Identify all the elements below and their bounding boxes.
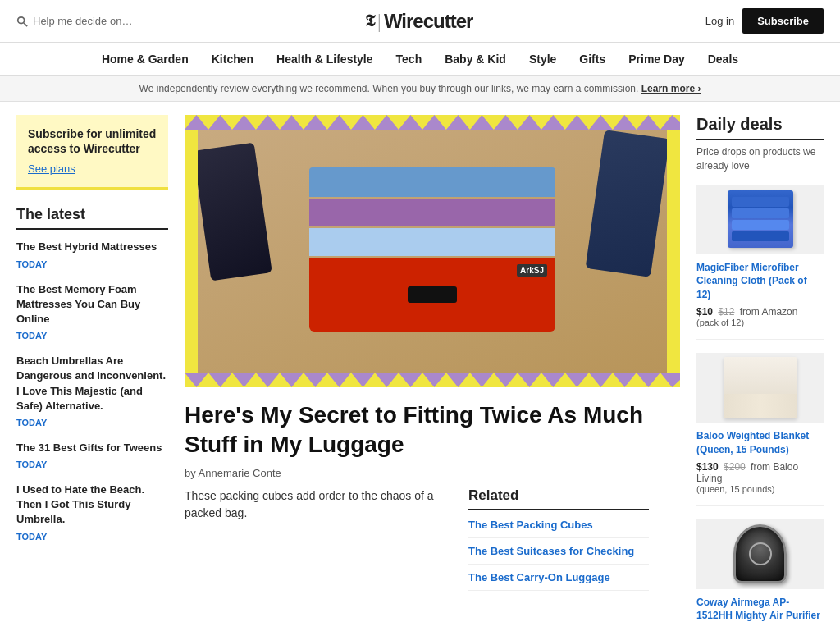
blanket-image [724,357,797,418]
deal-from: from Amazon [740,306,798,318]
daily-deals-heading: Daily deals [696,115,824,140]
deal-title-purifier[interactable]: Coway Airmega AP-1512HH Mighty Air Purif… [696,596,824,622]
zigzag-top-decoration [185,115,680,130]
deal-item: Coway Airmega AP-1512HH Mighty Air Purif… [696,519,824,622]
site-name: Wirecutter [384,10,472,33]
latest-item-title[interactable]: The 31 Best Gifts for Tweens [16,441,168,455]
svg-line-1 [24,22,27,25]
nav-item-style[interactable]: Style [529,53,556,66]
site-header: Help me decide on… 𝕿 | Wirecutter Log in… [0,0,840,102]
nav-item-home-garden[interactable]: Home & Garden [102,53,189,66]
nav-item-baby-kid[interactable]: Baby & Kid [445,53,506,66]
nav-item-kitchen[interactable]: Kitchen [212,53,253,66]
deal-price-cloths: $10 $12 from Amazon (pack of 12) [696,306,824,327]
latest-item-timestamp: TODAY [16,418,47,428]
subscribe-promo-heading: Subscribe for unlimited access to Wirecu… [28,126,157,156]
svg-point-0 [18,16,25,23]
list-item: I Used to Hate the Beach. Then I Got Thi… [16,483,168,543]
article-byline: by Annemarie Conte [185,467,680,479]
purifier-image [733,524,787,583]
daily-deals-subtitle: Price drops on products we already love [696,145,824,173]
main-nav: Home & Garden Kitchen Health & Lifestyle… [0,43,840,76]
related-link-carryon[interactable]: The Best Carry-On Luggage [468,571,649,591]
latest-item-title[interactable]: The Best Hybrid Mattresses [16,240,168,254]
related-link-packing-cubes[interactable]: The Best Packing Cubes [468,519,649,538]
nav-item-gifts[interactable]: Gifts [579,53,605,66]
deal-item: Baloo Weighted Blanket (Queen, 15 Pounds… [696,353,824,506]
latest-section: The latest The Best Hybrid Mattresses TO… [16,206,168,542]
related-link-suitcases[interactable]: The Best Suitcases for Checking [468,545,649,565]
deal-title-blanket[interactable]: Baloo Weighted Blanket (Queen, 15 Pounds… [696,429,824,457]
list-item: The 31 Best Gifts for Tweens TODAY [16,441,168,471]
learn-more-link[interactable]: Learn more › [641,83,701,94]
deal-image-blanket [696,353,824,423]
deal-current-price: $130 [696,461,719,473]
nav-item-health-lifestyle[interactable]: Health & Lifestyle [276,53,372,66]
site-logo: 𝕿 | Wirecutter [365,9,473,34]
related-heading: Related [468,487,649,510]
deal-original-price: $12 [718,306,734,318]
right-sidebar: Daily deals Price drops on products we a… [696,115,824,622]
deal-note: (pack of 12) [696,318,824,327]
header-actions: Log in Subscribe [705,8,824,34]
daily-deals-section: Daily deals Price drops on products we a… [696,115,824,622]
left-sidebar: Subscribe for unlimited access to Wirecu… [16,115,168,622]
list-item: The Best Hybrid Mattresses TODAY [16,240,168,270]
login-button[interactable]: Log in [705,15,734,27]
subscribe-promo-box: Subscribe for unlimited access to Wirecu… [16,115,168,190]
nav-item-tech[interactable]: Tech [396,53,422,66]
deal-current-price: $10 [696,306,713,318]
deal-price-blanket: $130 $200 from Baloo Living (queen, 15 p… [696,461,824,494]
related-section: Related The Best Packing Cubes The Best … [468,487,649,597]
disclaimer-text: We independently review everything we re… [139,83,639,94]
search-placeholder: Help me decide on… [33,15,132,27]
latest-heading: The latest [16,206,168,230]
subscribe-button[interactable]: Subscribe [742,8,824,34]
latest-item-title[interactable]: Beach Umbrellas Are Dangerous and Inconv… [16,354,168,414]
deal-title-cloths[interactable]: MagicFiber Microfiber Cleaning Cloth (Pa… [696,261,824,302]
nav-item-prime-day[interactable]: Prime Day [628,53,684,66]
hero-image-area: ArkSJ [185,115,680,387]
latest-item-timestamp: TODAY [16,259,47,269]
see-plans-link[interactable]: See plans [28,162,75,175]
latest-item-title[interactable]: I Used to Hate the Beach. Then I Got Thi… [16,483,168,528]
search-bar[interactable]: Help me decide on… [16,15,132,27]
cloths-image [728,190,793,248]
list-item: Beach Umbrellas Are Dangerous and Inconv… [16,354,168,429]
latest-item-title[interactable]: The Best Memory Foam Mattresses You Can … [16,282,168,327]
deal-item: MagicFiber Microfiber Cleaning Cloth (Pa… [696,185,824,340]
article-title[interactable]: Here's My Secret to Fitting Twice As Muc… [185,400,680,460]
list-item: The Best Memory Foam Mattresses You Can … [16,282,168,343]
deal-note: (queen, 15 pounds) [696,484,824,494]
nyt-logo: 𝕿 [365,11,374,30]
deal-image-purifier [696,519,824,589]
article-section: Here's My Secret to Fitting Twice As Muc… [185,400,680,597]
latest-item-timestamp: TODAY [16,331,47,341]
deal-image-cloths [696,185,824,254]
main-content: ArkSJ Here's My Secret to Fitting Twice … [185,115,680,622]
disclaimer-bar: We independently review everything we re… [0,76,840,102]
nav-item-deals[interactable]: Deals [708,53,738,66]
latest-item-timestamp: TODAY [16,532,47,542]
article-description: These packing cubes add order to the cha… [185,487,439,522]
latest-item-timestamp: TODAY [16,460,47,469]
search-icon [16,16,28,27]
deal-original-price: $200 [724,461,746,473]
zigzag-bottom-decoration [185,373,680,387]
